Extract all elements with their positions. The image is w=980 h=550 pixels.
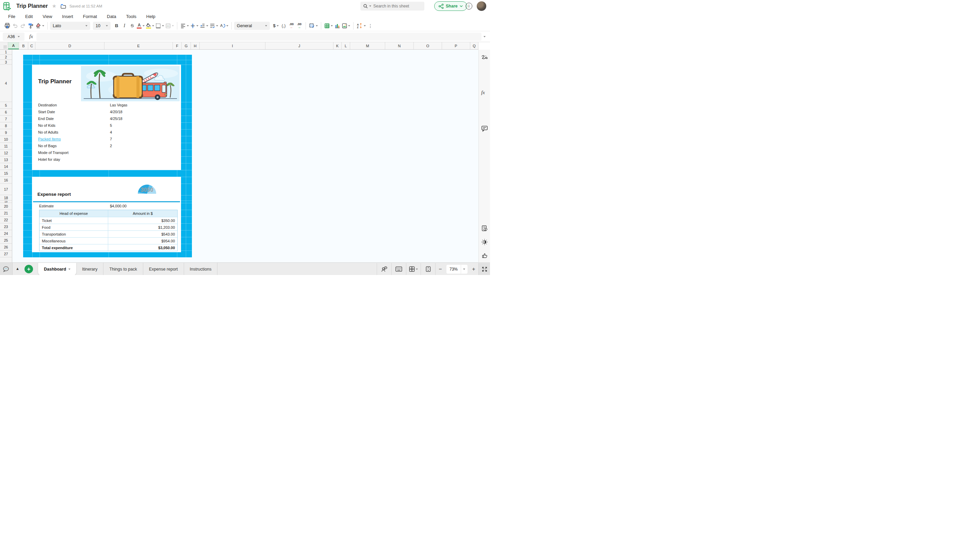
sheet-canvas[interactable]: Trip Planner [12,50,479,262]
indent-caret[interactable] [206,25,208,27]
function-panel-icon[interactable]: fx [481,90,488,97]
row-header-23[interactable]: 23 [0,223,12,230]
menu-format[interactable]: Format [83,14,97,19]
row-header-9[interactable]: 9 [0,129,12,136]
menu-tools[interactable]: Tools [126,14,136,19]
user-avatar[interactable] [477,2,486,11]
column-header-K[interactable]: K [334,42,342,50]
zoom-out-button[interactable]: − [436,266,445,272]
bold-button[interactable]: B [113,21,121,30]
zoom-dropdown[interactable] [461,265,467,274]
column-header-M[interactable]: M [350,42,385,50]
column-header-B[interactable]: B [19,42,28,50]
feedback-icon[interactable] [481,252,488,259]
column-header-P[interactable]: P [442,42,470,50]
column-header-G[interactable]: G [182,42,191,50]
vertical-align-button[interactable] [189,21,199,30]
tab-instructions[interactable]: Instructions [184,263,218,275]
conditional-format-button[interactable] [308,21,318,30]
column-header-L[interactable]: L [342,42,350,50]
fullscreen-button[interactable] [479,263,490,275]
wrap-text-caret[interactable] [216,25,218,27]
tab-things-to-pack[interactable]: Things to pack [103,263,143,275]
clear-format-button[interactable] [35,21,45,30]
font-color-caret[interactable] [143,25,145,27]
fill-color-caret[interactable] [152,25,154,27]
freeze-panes-caret[interactable] [416,269,418,270]
increase-decimal-button[interactable]: .00→ [295,21,303,30]
horizontal-align-button[interactable] [180,21,189,30]
row-header-16[interactable]: 16 [0,177,12,184]
clear-format-caret[interactable] [42,25,44,27]
menu-data[interactable]: Data [107,14,116,19]
comments-panel-icon[interactable] [481,125,488,132]
borders-button[interactable] [155,21,165,30]
column-header-N[interactable]: N [385,42,414,50]
wrap-text-button[interactable] [209,21,219,30]
contrast-theme-icon[interactable] [481,239,488,246]
row-header-21[interactable]: 21 [0,210,12,217]
row-header-11[interactable]: 11 [0,143,12,149]
more-tools-button[interactable]: ⋮ [366,21,374,30]
menu-help[interactable]: Help [146,14,156,19]
paint-format-button[interactable] [27,21,35,30]
redo-button[interactable] [19,21,27,30]
menu-insert[interactable]: Insert [62,14,73,19]
row-header-26[interactable]: 26 [0,244,12,250]
row-header-24[interactable]: 24 [0,230,12,237]
row-header-27[interactable]: 27 [0,250,12,257]
sheet-list-button[interactable]: ▲ [16,266,19,271]
strikethrough-button[interactable]: S [128,21,136,30]
row-header-12[interactable]: 12 [0,149,12,156]
active-tab-caret[interactable] [68,269,70,270]
fill-color-button[interactable] [145,21,155,30]
fit-to-screen-button[interactable] [421,263,435,275]
font-size-select[interactable]: 10 [93,22,111,30]
sheet-search[interactable] [360,2,424,11]
row-header-20[interactable]: 20 [0,203,12,210]
borders-caret[interactable] [162,25,164,27]
share-button[interactable]: Share [434,2,467,11]
menu-edit[interactable]: Edit [25,14,33,19]
folder-icon[interactable] [60,4,66,9]
discussion-corner[interactable] [0,263,13,275]
tab-expense-report[interactable]: Expense report [143,263,184,275]
insert-image-caret[interactable] [348,25,350,27]
print-button[interactable] [3,21,11,30]
sort-caret[interactable] [364,25,366,27]
zoom-in-button[interactable]: + [469,266,479,272]
insert-chart-button[interactable] [334,21,341,30]
horizontal-align-caret[interactable] [187,25,189,27]
row-header-7[interactable]: 7 [0,116,12,122]
conditional-format-caret[interactable] [316,25,318,27]
decrease-decimal-button[interactable]: .00← [288,21,295,30]
row-header-15[interactable]: 15 [0,170,12,177]
preview-icon[interactable] [481,225,488,232]
text-rotate-caret[interactable] [226,25,228,27]
favorite-star-icon[interactable]: ★ [52,3,56,9]
search-input[interactable] [373,4,421,8]
row-header-17[interactable]: 17 [0,184,12,195]
formula-input[interactable] [37,33,482,41]
tab-dashboard[interactable]: Dashboard [38,263,76,275]
comma-format-button[interactable]: (,) [280,21,288,30]
row-header-5[interactable]: 5 [0,102,12,109]
column-header-Q[interactable]: Q [470,42,479,50]
add-sheet-button[interactable]: + [24,265,33,273]
row-header-4[interactable]: 4 [0,65,12,102]
merge-cells-caret[interactable] [172,25,174,27]
row-header-8[interactable]: 8 [0,122,12,129]
menu-file[interactable]: File [8,14,15,19]
vertical-align-caret[interactable] [196,25,198,27]
column-header-F[interactable]: F [173,42,182,50]
currency-format-button[interactable]: $ [272,21,280,30]
insert-table-caret[interactable] [331,25,333,27]
row-header-3[interactable]: 3 [0,60,12,65]
select-all-corner[interactable] [0,42,8,50]
font-color-button[interactable]: A [136,21,145,30]
column-header-E[interactable]: E [105,42,173,50]
column-header-J[interactable]: J [266,42,334,50]
freeze-panes-button[interactable] [406,263,421,275]
column-header-O[interactable]: O [414,42,442,50]
formula-bar-expand-caret[interactable] [484,36,485,37]
